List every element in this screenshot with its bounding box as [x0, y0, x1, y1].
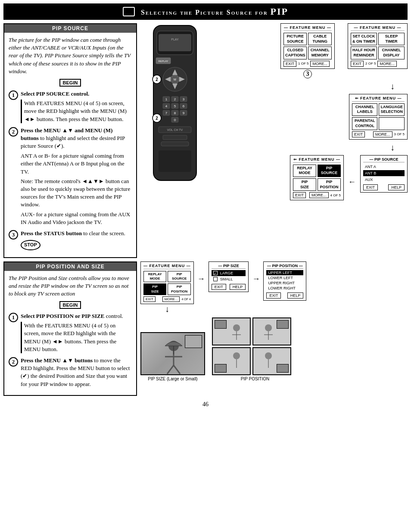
fm-btn-channel-memory[interactable]: CHANNELMEMORY	[308, 47, 332, 59]
fm-more-4b[interactable]: MORE...	[162, 296, 180, 302]
fm-btn-cable-tuning[interactable]: CABLETUNING	[308, 33, 332, 45]
pip-size-illustration: PIP SIZE (Large or Small)	[140, 332, 205, 381]
pip-size-large[interactable]: LARGE	[212, 270, 246, 276]
fm-footer-4: EXIT MORE... 4 OF 5	[293, 192, 341, 198]
fm-btn-4b-replay[interactable]: REPLAYMODE	[143, 271, 166, 283]
svg-point-51	[265, 324, 272, 331]
fm-exit-4b[interactable]: EXIT	[143, 296, 156, 302]
fm-more-3[interactable]: MORE...	[373, 131, 392, 137]
arrow-down-2: ↓	[390, 143, 408, 152]
pip-pos-upper-left[interactable]: UPPER LEFT	[266, 270, 303, 275]
menus-col: — FEATURE MENU — PICTURESOURCE CABLETUNI…	[221, 23, 408, 200]
fm-btn-replay[interactable]: REPLAYMODE	[293, 165, 316, 177]
remote-col: PLAY M	[140, 23, 218, 200]
pip-pos-step-num-2: 2	[9, 357, 18, 367]
pip-small-window	[185, 335, 202, 348]
pip-size-help[interactable]: HELP	[230, 284, 246, 290]
pip-pos-caption: PIP POSITION	[212, 376, 298, 381]
feature-menu-3: ⇐ FEATURE MENU — CHANNELLABELS LANGUAGES…	[349, 94, 408, 140]
pip-pos-ul-person	[213, 318, 251, 345]
pip-pos-lower-left[interactable]: LOWER LEFT	[266, 275, 303, 280]
bottom-feature-menu-4b: — FEATURE MENU — REPLAYMODE PIPSOURCE PI…	[140, 261, 194, 314]
fm-btn-sleep-timer[interactable]: SLEEPTIMER	[378, 33, 405, 45]
bottom-right-panel: — FEATURE MENU — REPLAYMODE PIPSOURCE PI…	[140, 261, 408, 396]
step-text-1: Select PIP SOURCE control. With FEATURES…	[21, 90, 132, 123]
fm-title-2: — FEATURE MENU —	[351, 25, 405, 31]
fm-btn-pip-size[interactable]: PIPSIZE	[293, 178, 316, 191]
fm-btn-pip-pos[interactable]: PIPPOSITION	[318, 178, 341, 191]
pip-pos-help[interactable]: HELP	[287, 292, 304, 299]
pip-size-menu-box: — PIP SIZE LARGE SMALL EXIT HELP	[209, 261, 249, 292]
fm-exit-4[interactable]: EXIT	[293, 192, 306, 198]
fm-footer-1: EXIT 1 OF 5 MORE...	[283, 61, 332, 67]
page-number: 46	[3, 399, 408, 410]
svg-text:8: 8	[174, 111, 176, 115]
svg-text:PLAY: PLAY	[171, 38, 179, 41]
svg-text:REPLAY: REPLAY	[158, 60, 168, 62]
fm-btn-pip-source-hl[interactable]: PIPSOURCE	[318, 165, 341, 177]
pip-position-illustration: PIP POSITION	[212, 317, 298, 381]
fm-btn-4b-pip-size-hl[interactable]: PIPSIZE	[143, 283, 166, 295]
pip-pos-step-text-1: Select PIP POSITION or PIP SIZE control.…	[21, 312, 132, 353]
pip-source-exit[interactable]: EXIT	[363, 184, 378, 190]
pip-source-menu: — PIP SOURCE ANT A ANT B AUX EXIT HELP	[360, 155, 408, 193]
fm-footer-3: EXIT MORE... 3 OF 5	[352, 131, 405, 137]
page-wrapper: Selecting the Picture Source for PIP PIP…	[0, 0, 411, 532]
fm-more-2[interactable]: MORE...	[377, 61, 397, 67]
title-bar: Selecting the Picture Source for PIP	[3, 3, 408, 20]
step-num-3: 3	[9, 230, 18, 240]
fm-grid-2: SET CLOCK& ON TIMER SLEEPTIMER HALF HOUR…	[351, 33, 405, 59]
top-half-content: PIP SOURCE The picture for the PIP windo…	[3, 23, 408, 258]
tv-icon	[123, 7, 135, 16]
fm-exit-2[interactable]: EXIT	[351, 61, 364, 67]
pip-source-help[interactable]: HELP	[388, 184, 405, 190]
pip-source-header: PIP SOURCE	[4, 24, 136, 33]
fm-more-1[interactable]: MORE...	[310, 61, 330, 67]
pip-pos-title: — PIP POSITION —	[266, 264, 303, 269]
pip-position-content: The PIP Position and Size controls allow…	[4, 271, 136, 395]
fm-exit-3[interactable]: EXIT	[352, 131, 365, 137]
pip-pos-step-num-1: 1	[9, 313, 18, 322]
pip-pos-lower-right-screen	[252, 347, 291, 375]
fm-btn-picture-source[interactable]: PICTURESOURCE	[283, 33, 307, 45]
pip-pos-ll-person	[213, 348, 251, 375]
fm-more-4[interactable]: MORE...	[309, 192, 329, 198]
step-3: 3 Press the STATUS button to clear the s…	[9, 230, 132, 250]
fm-btn-parental[interactable]: PARENTALCONTROL	[352, 117, 378, 130]
fm-page-2: 2 OF 5	[365, 62, 376, 65]
fm-btn-set-clock[interactable]: SET CLOCK& ON TIMER	[351, 33, 377, 45]
remote-svg: PLAY M	[140, 23, 209, 187]
pip-pos-upper-right[interactable]: UPPER RIGHT	[266, 280, 303, 286]
pip-source-intro: The picture for the PIP window can come …	[9, 36, 132, 75]
pip-pos-lower-right[interactable]: LOWER RIGHT	[266, 286, 303, 291]
fm-btn-4b-pip-pos[interactable]: PIPPOSITION	[168, 283, 190, 295]
fm-btn-4b-pip-source[interactable]: PIPSOURCE	[168, 271, 190, 283]
step-num-2: 2	[9, 127, 18, 137]
svg-text:M: M	[174, 78, 176, 81]
pip-source-aux[interactable]: AUX	[363, 177, 405, 183]
pip-source-ant-b[interactable]: ANT B	[363, 170, 405, 176]
fm-exit-1[interactable]: EXIT	[283, 61, 296, 67]
arrow-down-bottom: ↓	[140, 304, 194, 314]
fm-btn-language-sel[interactable]: LANGUAGESELECTION	[379, 103, 405, 116]
pip-size-exit[interactable]: EXIT	[212, 284, 226, 290]
fm-btn-half-hour[interactable]: HALF HOURREMINDER	[351, 47, 377, 59]
svg-text:9: 9	[183, 111, 185, 115]
pip-position-menu: — PIP POSITION — UPPER LEFT LOWER LEFT U…	[263, 261, 306, 301]
pip-size-small[interactable]: SMALL	[212, 276, 246, 282]
pip-source-ant-a[interactable]: ANT A	[363, 164, 405, 170]
fm-btn-closed-captions[interactable]: CLOSEDCAPTIONS	[283, 47, 307, 59]
fm-page-4b: 4 OF 4	[181, 298, 190, 301]
right-col: PLAY M	[140, 23, 408, 258]
pip-position-intro: The PIP Position and Size controls allow…	[9, 274, 132, 298]
pip-size-large-check	[213, 271, 218, 275]
fm-btn-channel-labels[interactable]: CHANNELLABELS	[352, 103, 378, 116]
pip-position-menu-box: — PIP POSITION — UPPER LEFT LOWER LEFT U…	[263, 261, 306, 301]
fm-btn-channel-display[interactable]: CHANNELDISPLAY	[378, 47, 405, 59]
begin-badge-1: BEGIN	[59, 79, 81, 87]
pip-pos-tv-screens	[212, 317, 298, 375]
pip-pos-exit[interactable]: EXIT	[266, 292, 281, 299]
right-main: PLAY M	[140, 23, 408, 200]
svg-text:7: 7	[165, 111, 168, 115]
fm-box-4b: — FEATURE MENU — REPLAYMODE PIPSOURCE PI…	[140, 261, 194, 305]
